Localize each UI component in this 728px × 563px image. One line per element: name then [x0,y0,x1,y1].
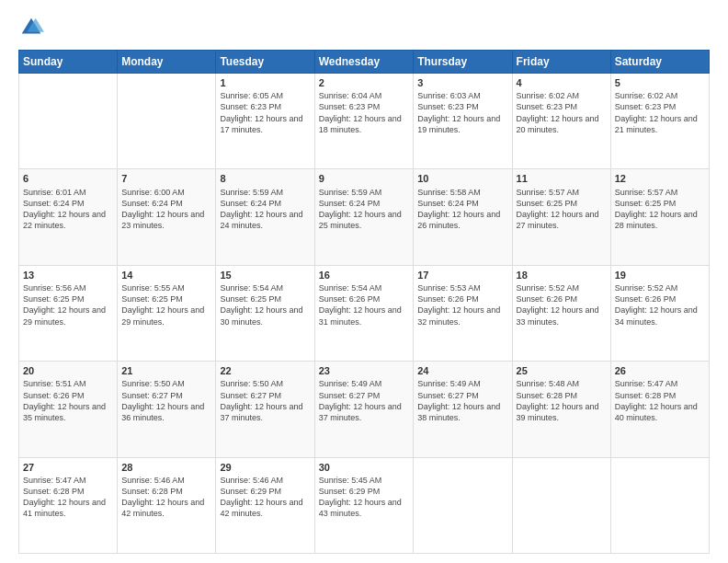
page: SundayMondayTuesdayWednesdayThursdayFrid… [0,0,728,563]
calendar-week-row: 6Sunrise: 6:01 AM Sunset: 6:24 PM Daylig… [19,169,710,265]
day-number: 2 [319,76,410,89]
calendar-cell: 19Sunrise: 5:52 AM Sunset: 6:26 PM Dayli… [610,265,709,361]
calendar-cell: 12Sunrise: 5:57 AM Sunset: 6:25 PM Dayli… [610,169,709,265]
day-number: 28 [121,461,211,474]
day-info: Sunrise: 6:04 AM Sunset: 6:23 PM Dayligh… [319,90,410,135]
day-number: 18 [517,269,607,282]
weekday-header-sunday: Sunday [19,51,118,74]
day-info: Sunrise: 5:46 AM Sunset: 6:29 PM Dayligh… [220,475,310,520]
day-number: 9 [319,172,410,185]
day-number: 4 [517,76,607,89]
day-info: Sunrise: 5:53 AM Sunset: 6:26 PM Dayligh… [417,282,507,327]
weekday-header-monday: Monday [118,51,216,74]
day-info: Sunrise: 5:47 AM Sunset: 6:28 PM Dayligh… [615,378,705,423]
day-info: Sunrise: 6:00 AM Sunset: 6:24 PM Dayligh… [121,187,211,232]
calendar-week-row: 1Sunrise: 6:05 AM Sunset: 6:23 PM Daylig… [19,74,710,169]
day-info: Sunrise: 5:59 AM Sunset: 6:24 PM Dayligh… [220,187,310,232]
day-info: Sunrise: 6:01 AM Sunset: 6:24 PM Dayligh… [23,187,113,232]
day-number: 17 [417,269,507,282]
day-info: Sunrise: 5:59 AM Sunset: 6:24 PM Dayligh… [319,187,410,232]
day-number: 14 [121,269,211,282]
calendar-cell: 14Sunrise: 5:55 AM Sunset: 6:25 PM Dayli… [118,265,216,361]
day-number: 7 [121,172,211,185]
day-number: 19 [615,269,705,282]
calendar-cell: 17Sunrise: 5:53 AM Sunset: 6:26 PM Dayli… [414,265,512,361]
calendar-cell [414,457,512,553]
day-number: 25 [517,364,607,377]
day-info: Sunrise: 5:49 AM Sunset: 6:27 PM Dayligh… [417,378,507,423]
day-info: Sunrise: 6:02 AM Sunset: 6:23 PM Dayligh… [517,90,607,135]
calendar-cell: 10Sunrise: 5:58 AM Sunset: 6:24 PM Dayli… [414,169,512,265]
calendar-cell: 5Sunrise: 6:02 AM Sunset: 6:23 PM Daylig… [610,74,709,169]
calendar-cell [512,457,610,553]
calendar-cell: 3Sunrise: 6:03 AM Sunset: 6:23 PM Daylig… [414,74,512,169]
calendar-cell: 9Sunrise: 5:59 AM Sunset: 6:24 PM Daylig… [314,169,414,265]
day-info: Sunrise: 5:57 AM Sunset: 6:25 PM Dayligh… [615,187,705,232]
calendar-cell: 22Sunrise: 5:50 AM Sunset: 6:27 PM Dayli… [216,362,314,457]
calendar-cell: 26Sunrise: 5:47 AM Sunset: 6:28 PM Dayli… [610,362,709,457]
day-number: 12 [615,172,705,185]
day-number: 1 [220,76,310,89]
day-number: 16 [319,269,410,282]
calendar-cell: 4Sunrise: 6:02 AM Sunset: 6:23 PM Daylig… [512,74,610,169]
calendar-cell: 21Sunrise: 5:50 AM Sunset: 6:27 PM Dayli… [118,362,216,457]
calendar-cell: 15Sunrise: 5:54 AM Sunset: 6:25 PM Dayli… [216,265,314,361]
day-number: 29 [220,461,310,474]
day-info: Sunrise: 5:48 AM Sunset: 6:28 PM Dayligh… [517,378,607,423]
calendar-cell: 7Sunrise: 6:00 AM Sunset: 6:24 PM Daylig… [118,169,216,265]
weekday-header-wednesday: Wednesday [314,51,414,74]
day-info: Sunrise: 5:50 AM Sunset: 6:27 PM Dayligh… [121,378,211,423]
day-info: Sunrise: 5:55 AM Sunset: 6:25 PM Dayligh… [121,282,211,327]
weekday-header-thursday: Thursday [414,51,512,74]
day-number: 20 [23,364,113,377]
calendar-cell: 16Sunrise: 5:54 AM Sunset: 6:26 PM Dayli… [314,265,414,361]
day-number: 15 [220,269,310,282]
day-number: 30 [319,461,410,474]
calendar-cell [19,74,118,169]
calendar-cell: 28Sunrise: 5:46 AM Sunset: 6:28 PM Dayli… [118,457,216,553]
day-info: Sunrise: 5:52 AM Sunset: 6:26 PM Dayligh… [517,282,607,327]
day-info: Sunrise: 5:57 AM Sunset: 6:25 PM Dayligh… [517,187,607,232]
calendar-cell: 6Sunrise: 6:01 AM Sunset: 6:24 PM Daylig… [19,169,118,265]
calendar-cell: 24Sunrise: 5:49 AM Sunset: 6:27 PM Dayli… [414,362,512,457]
calendar-cell [118,74,216,169]
calendar-header-row: SundayMondayTuesdayWednesdayThursdayFrid… [19,51,710,74]
day-info: Sunrise: 5:56 AM Sunset: 6:25 PM Dayligh… [23,282,113,327]
day-number: 23 [319,364,410,377]
day-number: 6 [23,172,113,185]
day-number: 8 [220,172,310,185]
day-info: Sunrise: 5:50 AM Sunset: 6:27 PM Dayligh… [220,378,310,423]
day-info: Sunrise: 5:45 AM Sunset: 6:29 PM Dayligh… [319,475,410,520]
calendar-cell: 18Sunrise: 5:52 AM Sunset: 6:26 PM Dayli… [512,265,610,361]
calendar-cell: 27Sunrise: 5:47 AM Sunset: 6:28 PM Dayli… [19,457,118,553]
calendar-cell: 11Sunrise: 5:57 AM Sunset: 6:25 PM Dayli… [512,169,610,265]
calendar-cell: 13Sunrise: 5:56 AM Sunset: 6:25 PM Dayli… [19,265,118,361]
calendar-cell: 1Sunrise: 6:05 AM Sunset: 6:23 PM Daylig… [216,74,314,169]
calendar-week-row: 27Sunrise: 5:47 AM Sunset: 6:28 PM Dayli… [19,457,710,553]
day-info: Sunrise: 6:02 AM Sunset: 6:23 PM Dayligh… [615,90,705,135]
calendar-cell [610,457,709,553]
calendar-week-row: 20Sunrise: 5:51 AM Sunset: 6:26 PM Dayli… [19,362,710,457]
day-number: 24 [417,364,507,377]
day-info: Sunrise: 6:05 AM Sunset: 6:23 PM Dayligh… [220,90,310,135]
calendar-cell: 29Sunrise: 5:46 AM Sunset: 6:29 PM Dayli… [216,457,314,553]
day-number: 11 [517,172,607,185]
day-info: Sunrise: 5:52 AM Sunset: 6:26 PM Dayligh… [615,282,705,327]
weekday-header-saturday: Saturday [610,51,709,74]
day-info: Sunrise: 5:58 AM Sunset: 6:24 PM Dayligh… [417,187,507,232]
day-number: 5 [615,76,705,89]
weekday-header-friday: Friday [512,51,610,74]
calendar-cell: 23Sunrise: 5:49 AM Sunset: 6:27 PM Dayli… [314,362,414,457]
day-number: 27 [23,461,113,474]
day-info: Sunrise: 5:51 AM Sunset: 6:26 PM Dayligh… [23,378,113,423]
logo-icon [18,15,44,40]
day-number: 10 [417,172,507,185]
weekday-header-tuesday: Tuesday [216,51,314,74]
calendar-cell: 30Sunrise: 5:45 AM Sunset: 6:29 PM Dayli… [314,457,414,553]
day-info: Sunrise: 6:03 AM Sunset: 6:23 PM Dayligh… [417,90,507,135]
day-info: Sunrise: 5:49 AM Sunset: 6:27 PM Dayligh… [319,378,410,423]
day-info: Sunrise: 5:54 AM Sunset: 6:25 PM Dayligh… [220,282,310,327]
header [18,15,710,40]
calendar-week-row: 13Sunrise: 5:56 AM Sunset: 6:25 PM Dayli… [19,265,710,361]
day-number: 13 [23,269,113,282]
